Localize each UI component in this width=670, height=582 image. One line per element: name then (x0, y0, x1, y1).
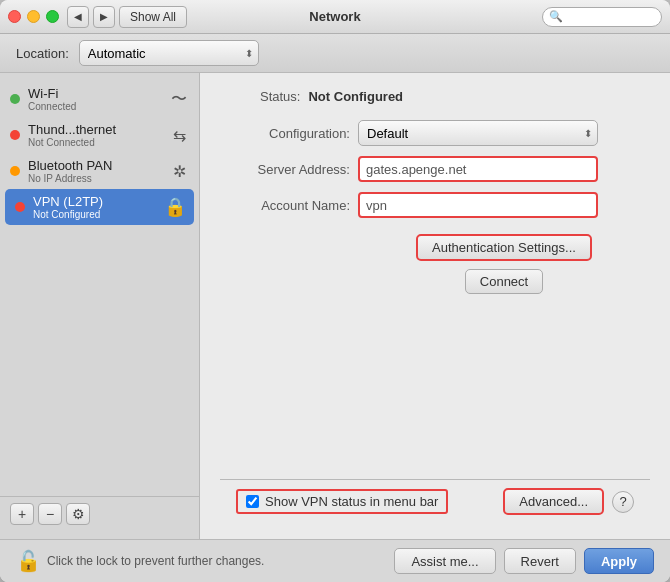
bluetooth-name: Bluetooth PAN (28, 158, 161, 173)
search-icon: 🔍 (549, 10, 563, 23)
search-input[interactable] (566, 10, 656, 24)
titlebar: ◀ ▶ Show All Network 🔍 (0, 0, 670, 34)
wifi-status: Connected (28, 101, 161, 112)
revert-button[interactable]: Revert (504, 548, 576, 574)
window-footer: 🔓 Click the lock to prevent further chan… (0, 539, 670, 582)
configuration-select[interactable]: Default (358, 120, 598, 146)
account-name-row: Account Name: (220, 192, 650, 218)
footer-buttons: Assist me... Revert Apply (394, 548, 654, 574)
thunderbolt-icon: ⇆ (169, 126, 189, 145)
wifi-status-dot (10, 94, 20, 104)
advanced-button[interactable]: Advanced... (503, 488, 604, 515)
thunderbolt-status: Not Connected (28, 137, 161, 148)
status-label: Status: (260, 89, 300, 104)
bluetooth-status: No IP Address (28, 173, 161, 184)
vpn-name: VPN (L2TP) (33, 194, 156, 209)
vpn-info: VPN (L2TP) Not Configured (33, 194, 156, 220)
window-title: Network (309, 9, 360, 24)
vpn-status: Not Configured (33, 209, 156, 220)
sidebar: Wi-Fi Connected 〜 Thund...thernet Not Co… (0, 73, 200, 539)
traffic-lights (8, 10, 59, 23)
network-window: ◀ ▶ Show All Network 🔍 Location: Automat… (0, 0, 670, 582)
account-name-label: Account Name: (220, 198, 350, 213)
sidebar-footer: + − ⚙ (0, 496, 199, 531)
buttons-row: Authentication Settings... Connect (358, 234, 650, 294)
gear-button[interactable]: ⚙ (66, 503, 90, 525)
auth-settings-button[interactable]: Authentication Settings... (416, 234, 592, 261)
wifi-icon: 〜 (169, 89, 189, 110)
status-value: Not Configured (308, 89, 403, 104)
bottom-bar: Show VPN status in menu bar Advanced... … (220, 479, 650, 523)
bluetooth-icon: ✲ (169, 162, 189, 181)
remove-network-button[interactable]: − (38, 503, 62, 525)
server-address-label: Server Address: (220, 162, 350, 177)
back-button[interactable]: ◀ (67, 6, 89, 28)
detail-pane: Status: Not Configured Configuration: De… (200, 73, 670, 539)
minimize-button[interactable] (27, 10, 40, 23)
location-select-wrapper: Automatic Edit Locations... ⬍ (79, 40, 259, 66)
help-button[interactable]: ? (612, 491, 634, 513)
configuration-row: Configuration: Default ⬍ (220, 120, 650, 146)
bluetooth-info: Bluetooth PAN No IP Address (28, 158, 161, 184)
wifi-info: Wi-Fi Connected (28, 86, 161, 112)
show-all-button[interactable]: Show All (119, 6, 187, 28)
apply-button[interactable]: Apply (584, 548, 654, 574)
show-vpn-label: Show VPN status in menu bar (265, 494, 438, 509)
account-name-input[interactable] (358, 192, 598, 218)
nav-controls: ◀ ▶ Show All (67, 6, 187, 28)
show-vpn-row: Show VPN status in menu bar (236, 489, 448, 514)
thunderbolt-status-dot (10, 130, 20, 140)
sidebar-item-thunderbolt[interactable]: Thund...thernet Not Connected ⇆ (0, 117, 199, 153)
bluetooth-status-dot (10, 166, 20, 176)
vpn-status-dot (15, 202, 25, 212)
forward-button[interactable]: ▶ (93, 6, 115, 28)
lock-icon: 🔓 (16, 549, 41, 573)
add-network-button[interactable]: + (10, 503, 34, 525)
location-label: Location: (16, 46, 69, 61)
server-address-input[interactable] (358, 156, 598, 182)
connect-button[interactable]: Connect (465, 269, 543, 294)
vpn-lock-icon: 🔒 (164, 196, 184, 218)
close-button[interactable] (8, 10, 21, 23)
status-row: Status: Not Configured (260, 89, 650, 104)
location-select[interactable]: Automatic Edit Locations... (79, 40, 259, 66)
sidebar-item-bluetooth[interactable]: Bluetooth PAN No IP Address ✲ (0, 153, 199, 189)
location-toolbar: Location: Automatic Edit Locations... ⬍ (0, 34, 670, 73)
main-content: Wi-Fi Connected 〜 Thund...thernet Not Co… (0, 73, 670, 539)
maximize-button[interactable] (46, 10, 59, 23)
show-vpn-checkbox[interactable] (246, 495, 259, 508)
configuration-label: Configuration: (220, 126, 350, 141)
search-box: 🔍 (542, 7, 662, 27)
configuration-select-wrapper: Default ⬍ (358, 120, 598, 146)
sidebar-item-wifi[interactable]: Wi-Fi Connected 〜 (0, 81, 199, 117)
wifi-name: Wi-Fi (28, 86, 161, 101)
thunderbolt-info: Thund...thernet Not Connected (28, 122, 161, 148)
thunderbolt-name: Thund...thernet (28, 122, 161, 137)
sidebar-item-vpn[interactable]: VPN (L2TP) Not Configured 🔒 (5, 189, 194, 225)
server-address-row: Server Address: (220, 156, 650, 182)
assist-button[interactable]: Assist me... (394, 548, 495, 574)
lock-text: Click the lock to prevent further change… (47, 554, 264, 568)
lock-area[interactable]: 🔓 Click the lock to prevent further chan… (16, 549, 264, 573)
form-section: Configuration: Default ⬍ Server Address: (220, 120, 650, 218)
